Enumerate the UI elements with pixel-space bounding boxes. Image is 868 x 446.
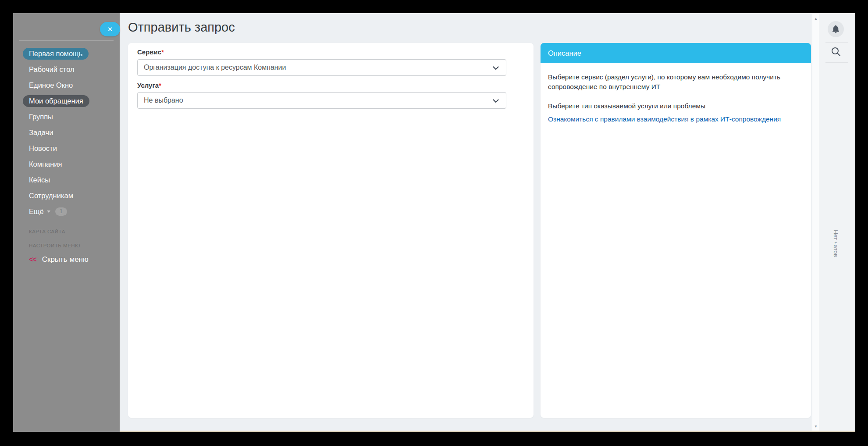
chevron-down-icon (493, 66, 499, 70)
horizontal-scrollbar-track[interactable] (120, 431, 855, 432)
sitemap-link[interactable]: КАРТА САЙТА (29, 229, 65, 234)
sidebar-item-zadachi[interactable]: Задачи (13, 125, 120, 140)
scroll-down-icon[interactable]: ▼ (812, 425, 819, 428)
sidebar-item-sotrudnikam[interactable]: Сотрудникам (13, 188, 120, 203)
hide-menu-button[interactable]: << Скрыть меню (29, 255, 89, 264)
configure-menu-link[interactable]: НАСТРОИТЬ МЕНЮ (29, 243, 80, 248)
sidebar-item-kompaniya[interactable]: Компания (13, 156, 120, 172)
current-page-badge: Мои обращения (23, 95, 89, 107)
required-mark: * (161, 48, 164, 56)
toolbar-divider (825, 62, 848, 63)
sidebar-item-pervaya-pomoshch[interactable]: Первая помощь (13, 46, 120, 61)
required-mark: * (159, 82, 161, 89)
service-type-select[interactable]: Не выбрано (137, 92, 506, 109)
sidebar-item-edinoe-okno[interactable]: Единое Окно (13, 77, 120, 93)
description-header: Описание (541, 43, 811, 63)
notifications-button[interactable] (828, 21, 844, 37)
sidebar-item-rabochiy-stol[interactable]: Рабочий стол (13, 61, 120, 77)
app-window: Первая помощь Рабочий стол Единое Окно М… (13, 13, 855, 432)
more-label: Ещё (29, 207, 44, 216)
service-select-value: Организация доступа к ресурсам Компании (144, 64, 286, 71)
right-toolbar: Нет чатов (819, 13, 855, 432)
sidebar-item-gruppy[interactable]: Группы (13, 109, 120, 125)
chevron-down-icon (493, 99, 499, 103)
service-type-label: Услуга* (137, 82, 524, 89)
scroll-up-icon[interactable]: ▲ (812, 17, 819, 21)
close-icon: ✕ (107, 26, 113, 32)
request-form-card: Сервис* Организация доступа к ресурсам К… (128, 43, 534, 418)
description-card: Описание Выберите сервис (раздел услуги)… (541, 43, 811, 418)
description-paragraph-2: Выберите тип оказываемой услуги или проб… (548, 101, 785, 111)
sidebar-menu: Первая помощь Рабочий стол Единое Окно М… (13, 46, 120, 219)
bell-icon (832, 25, 840, 34)
sidebar: Первая помощь Рабочий стол Единое Окно М… (13, 13, 120, 432)
search-button[interactable] (831, 46, 841, 57)
service-select[interactable]: Организация доступа к ресурсам Компании (137, 59, 506, 76)
sidebar-item-keysy[interactable]: Кейсы (13, 172, 120, 188)
sidebar-item-moi-obrashcheniya[interactable]: Мои обращения (13, 93, 120, 109)
service-type-select-value: Не выбрано (144, 96, 183, 104)
description-title: Описание (548, 49, 581, 57)
search-icon (831, 46, 841, 57)
service-label: Сервис* (137, 48, 524, 56)
caret-down-icon (47, 211, 50, 213)
sidebar-item-more[interactable]: Ещё 1 (13, 203, 120, 219)
sidebar-item-novosti[interactable]: Новости (13, 140, 120, 156)
no-chats-label: Нет чатов (832, 230, 839, 257)
active-badge: Первая помощь (23, 48, 89, 60)
page-title: Отправить запрос (128, 20, 235, 35)
it-rules-link[interactable]: Ознакомиться с правилами взаимодействия … (548, 115, 781, 123)
vertical-scrollbar[interactable]: ▲ ▼ (812, 13, 819, 432)
sidebar-divider (19, 40, 114, 41)
hide-menu-label: Скрыть меню (42, 255, 89, 264)
description-body: Выберите сервис (раздел услуги), по кото… (541, 63, 811, 123)
more-count-badge: 1 (55, 207, 67, 216)
collapse-arrows-icon: << (29, 256, 36, 264)
close-button[interactable]: ✕ (100, 22, 120, 36)
description-paragraph-1: Выберите сервис (раздел услуги), по кото… (548, 72, 785, 92)
toolbar-divider (825, 42, 848, 43)
